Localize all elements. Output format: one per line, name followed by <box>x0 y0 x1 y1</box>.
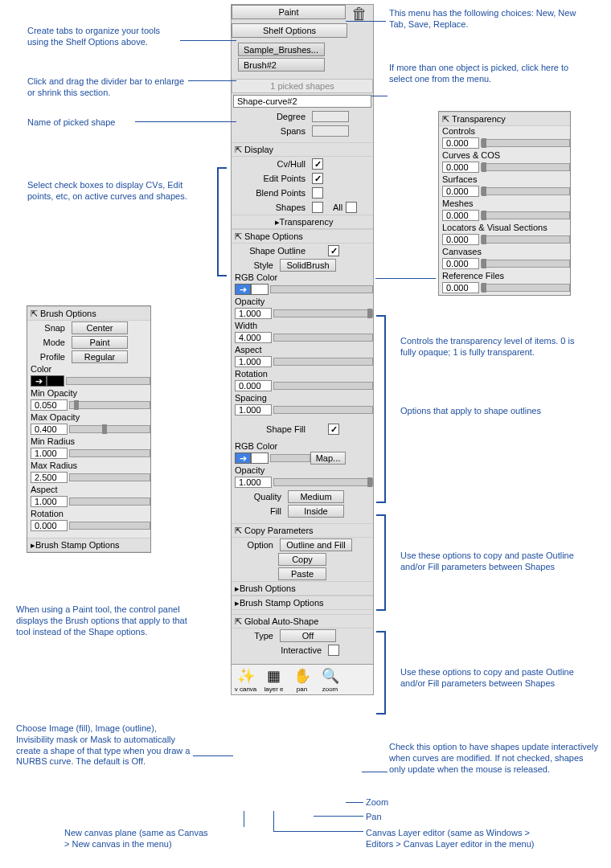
surfaces-slider[interactable] <box>481 187 570 195</box>
brush-aspect-slider[interactable] <box>69 497 150 506</box>
shape-fill-checkbox[interactable] <box>328 424 339 435</box>
brush-rotation-input[interactable]: 0.000 <box>31 520 68 531</box>
rotation-input[interactable]: 0.000 <box>235 380 272 391</box>
rgb-color-swatch[interactable] <box>251 284 269 295</box>
shape-outline-checkbox[interactable] <box>328 245 339 256</box>
meshes-slider[interactable] <box>481 211 570 219</box>
brush-aspect-input[interactable]: 1.000 <box>31 496 68 507</box>
aspect-slider[interactable] <box>273 358 373 366</box>
rgb-arrow-button[interactable]: ➔ <box>235 284 251 295</box>
edit-points-checkbox[interactable] <box>312 173 323 184</box>
style-dropdown[interactable]: SolidBrush <box>280 259 336 272</box>
max-opacity-slider[interactable] <box>69 425 150 433</box>
max-opacity-input[interactable]: 0.400 <box>31 424 68 435</box>
meshes-input[interactable]: 0.000 <box>442 210 479 221</box>
global-auto-header[interactable]: ⇱Global Auto-Shape <box>232 614 373 628</box>
opacity2-slider[interactable] <box>273 478 373 486</box>
zoom-label: zoom <box>322 686 338 693</box>
cv-hull-checkbox[interactable] <box>312 158 323 170</box>
zoom-button[interactable]: 🔍zoom <box>316 665 344 694</box>
paint-button[interactable]: Paint <box>232 5 346 19</box>
rgb-color2-label: RGB Color <box>232 441 373 451</box>
opacity2-input[interactable]: 1.000 <box>235 477 272 488</box>
brush-panel-header[interactable]: ⇱Brush Options <box>27 306 150 321</box>
shape-options-header[interactable]: ⇱Shape Options <box>232 229 373 244</box>
transparency-label: Transparency <box>280 217 334 227</box>
transparency-header[interactable]: ▸ Transparency <box>232 215 373 229</box>
locators-slider[interactable] <box>481 235 570 244</box>
annotation-12: Use these options to copy and paste Outl… <box>400 551 577 573</box>
brush-panel-header-label: Brush Options <box>40 309 96 318</box>
min-opacity-slider[interactable] <box>69 401 150 409</box>
width-slider[interactable] <box>273 334 373 342</box>
brush-color-arrow[interactable]: ➔ <box>31 375 47 387</box>
type-dropdown[interactable]: Off <box>280 629 336 642</box>
opacity-input[interactable]: 1.000 <box>235 308 272 319</box>
brush-options-collapsed[interactable]: ▸ Brush Options <box>232 581 373 596</box>
min-radius-input[interactable]: 1.000 <box>31 448 68 459</box>
max-radius-label: Max Radius <box>27 461 150 470</box>
curves-cos-input[interactable]: 0.000 <box>442 162 479 173</box>
all-checkbox[interactable] <box>346 202 357 213</box>
fill-label: Fill <box>232 506 288 516</box>
brush-color-slider[interactable] <box>66 377 150 385</box>
rotation-slider[interactable] <box>273 382 373 390</box>
rgb-slider[interactable] <box>270 285 373 293</box>
brush-color-swatch[interactable] <box>47 375 64 387</box>
min-opacity-input[interactable]: 0.050 <box>31 399 68 411</box>
rgb2-slider[interactable] <box>270 454 310 462</box>
canvases-input[interactable]: 0.000 <box>442 258 479 269</box>
new-canvas-button[interactable]: ✨v canva <box>232 665 260 694</box>
edit-points-label: Edit Points <box>232 174 312 183</box>
spacing-input[interactable]: 1.000 <box>235 404 272 416</box>
tab-sample-brushes[interactable]: Sample_Brushes... <box>238 43 325 56</box>
quality-dropdown[interactable]: Medium <box>288 490 344 503</box>
option-dropdown[interactable]: Outline and Fill <box>280 538 352 551</box>
min-radius-slider[interactable] <box>69 449 150 457</box>
curves-cos-slider[interactable] <box>481 163 570 171</box>
tab-brush2[interactable]: Brush#2 <box>238 58 325 72</box>
opacity-slider[interactable] <box>273 309 373 317</box>
surfaces-input[interactable]: 0.000 <box>442 186 479 197</box>
snap-dropdown[interactable]: Center <box>72 321 128 334</box>
reference-files-slider[interactable] <box>481 284 570 292</box>
canvases-slider[interactable] <box>481 260 570 268</box>
copy-params-header[interactable]: ⇱Copy Parameters <box>232 523 373 538</box>
max-radius-input[interactable]: 2.500 <box>31 472 68 483</box>
copy-button[interactable]: Copy <box>278 553 326 566</box>
rgb2-color-swatch[interactable] <box>251 452 269 464</box>
brush-stamp-panel-header[interactable]: ▸ Brush Stamp Options <box>27 538 150 552</box>
shapes-checkbox[interactable] <box>312 202 323 213</box>
main-panel: Paint 🗑 Shelf Options Sample_Brushes... … <box>231 4 374 695</box>
fill-dropdown[interactable]: Inside <box>288 505 344 518</box>
width-input[interactable]: 4.000 <box>235 332 272 343</box>
brush-stamp-collapsed[interactable]: ▸ Brush Stamp Options <box>232 596 373 610</box>
reference-files-input[interactable]: 0.000 <box>442 282 479 293</box>
shelf-options-button[interactable]: Shelf Options <box>232 23 347 38</box>
min-opacity-label: Min Opacity <box>27 388 150 398</box>
spacing-slider[interactable] <box>273 406 373 414</box>
display-header[interactable]: ⇱Display <box>232 142 373 157</box>
paste-button[interactable]: Paste <box>278 567 326 580</box>
picked-shapes-dropdown[interactable]: 1 picked shapes <box>232 79 373 93</box>
brush-options-panel: ⇱Brush Options SnapCenter ModePaint Prof… <box>27 305 151 553</box>
annotation-4: Select check boxes to display CVs, Edit … <box>27 180 196 203</box>
profile-dropdown[interactable]: Regular <box>72 350 128 363</box>
aspect-input[interactable]: 1.000 <box>235 356 272 367</box>
controls-slider[interactable] <box>481 139 570 147</box>
map-button[interactable]: Map... <box>310 452 346 465</box>
pan-button[interactable]: ✋pan <box>288 665 316 694</box>
rgb2-arrow-button[interactable]: ➔ <box>235 452 251 464</box>
transparency-panel: ⇱Transparency Controls 0.000 Curves & CO… <box>438 111 571 296</box>
transparency-panel-header[interactable]: ⇱Transparency <box>439 112 570 126</box>
locators-input[interactable]: 0.000 <box>442 234 479 245</box>
brush-rotation-slider[interactable] <box>69 522 150 530</box>
mode-dropdown[interactable]: Paint <box>72 336 128 349</box>
max-radius-slider[interactable] <box>69 473 150 481</box>
shape-name-input[interactable]: Shape-curve#2 <box>233 95 371 108</box>
blend-points-checkbox[interactable] <box>312 187 323 199</box>
layer-editor-button[interactable]: ▦layer e <box>260 665 288 694</box>
interactive-checkbox[interactable] <box>328 645 339 656</box>
surfaces-label: Surfaces <box>439 174 570 184</box>
controls-input[interactable]: 0.000 <box>442 137 479 149</box>
